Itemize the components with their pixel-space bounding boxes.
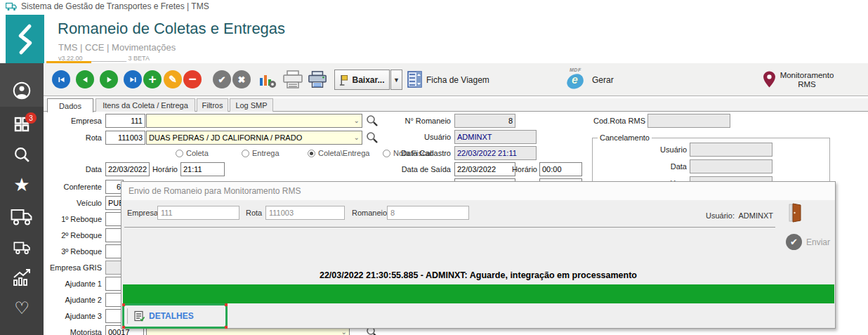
- n-romaneio-label: N° Romaneio: [379, 114, 451, 128]
- annotation-dot: [225, 326, 228, 329]
- saida-horario-label: Horário: [499, 162, 537, 176]
- rota-search-icon[interactable]: [366, 131, 379, 144]
- baixar-dropdown-button[interactable]: ▼: [390, 70, 402, 90]
- modal-rota-field[interactable]: 111003: [265, 206, 345, 220]
- ficha-viagem-label[interactable]: Ficha de Viagem: [426, 75, 489, 85]
- tab-dados[interactable]: Dados: [47, 98, 93, 112]
- next-record-button[interactable]: [100, 70, 118, 88]
- delete-button[interactable]: −: [183, 70, 202, 88]
- tab-log-smp[interactable]: Log SMP: [230, 98, 273, 112]
- motorista-label: Motorista: [21, 325, 102, 335]
- reboque2-label: 2º Reboque: [21, 228, 102, 242]
- empresa-code-field[interactable]: 111: [105, 114, 145, 128]
- report-chart-button[interactable]: [258, 71, 277, 91]
- cancel-usuario-label: Usuário: [620, 143, 687, 157]
- data-cadastro-field: 22/03/2022 21:11: [454, 146, 537, 160]
- modal-rota-label: Rota: [246, 206, 262, 220]
- chevron-down-icon[interactable]: ⌄: [354, 117, 360, 124]
- print-button[interactable]: [282, 70, 303, 92]
- modal-title: Envio de Romaneio para Monitoramento RMS: [121, 182, 835, 200]
- mdfe-icon[interactable]: MDF e: [565, 69, 588, 90]
- modal-romaneio-label: Romaneio: [352, 206, 387, 220]
- baixar-button[interactable]: Baixar...: [334, 70, 390, 90]
- radio-coleta[interactable]: Coleta: [176, 148, 209, 158]
- exit-door-icon[interactable]: [787, 203, 802, 225]
- modal-usuario: Usuário: ADMINXT: [675, 209, 773, 223]
- saida-horario-field[interactable]: 00:00: [539, 162, 582, 176]
- annotation-dot: [122, 326, 125, 329]
- empresa-gris-label: Empresa GRIS: [21, 261, 102, 275]
- ajudante2-label: Ajudante 2: [21, 293, 102, 307]
- data-label: Data: [32, 162, 102, 176]
- chevron-down-icon[interactable]: ⌄: [354, 134, 360, 141]
- details-doc-icon: [133, 310, 145, 322]
- data-field[interactable]: 22/03/2022: [105, 162, 150, 176]
- rota-label: Rota: [32, 131, 102, 145]
- last-record-button[interactable]: [124, 70, 142, 88]
- cancel-data-label: Data: [620, 159, 687, 173]
- previous-record-button[interactable]: [76, 70, 94, 88]
- radio-dot-selected[interactable]: [308, 150, 315, 157]
- cancelamento-title: Cancelamento: [598, 133, 652, 142]
- detalhes-label: DETALHES: [149, 311, 194, 321]
- annotation-dot: [122, 303, 125, 306]
- truck-logo-icon: [6, 2, 17, 11]
- detalhes-button[interactable]: DETALHES: [133, 310, 194, 322]
- usuario-label: Usuário: [393, 130, 451, 144]
- radio-entrega[interactable]: Entrega: [242, 148, 280, 158]
- horario-label: Horário: [147, 162, 178, 176]
- window-title: Sistema de Gestão de Transportes e Frete…: [21, 1, 209, 11]
- horario-field[interactable]: 21:11: [180, 162, 225, 176]
- user-profile-icon[interactable]: [0, 79, 44, 103]
- modal-usuario-value: ADMINXT: [739, 211, 774, 220]
- cod-rota-rms-label: Cod.Rota RMS: [593, 114, 646, 128]
- button-divider: [127, 308, 128, 324]
- enviar-label: Enviar: [806, 237, 830, 247]
- mdfe-caption: MDF: [570, 67, 581, 72]
- enviar-button[interactable]: ✔ Enviar: [786, 234, 830, 250]
- radio-coleta-entrega[interactable]: Coleta\Entrega: [308, 148, 369, 158]
- reboque1-label: 1º Reboque: [21, 212, 102, 226]
- baixar-label: Baixar...: [352, 75, 384, 85]
- empresa-desc-field[interactable]: ⌄: [146, 114, 362, 128]
- veiculo-label: Veículo: [21, 196, 102, 210]
- tab-filtros[interactable]: Filtros: [197, 98, 228, 112]
- breadcrumb: TMS | CCE | Movimentações: [58, 42, 176, 53]
- confirm-button[interactable]: ✔: [213, 70, 231, 88]
- monitoramento-rms-label[interactable]: Monitoramento RMS: [778, 71, 836, 89]
- modal-usuario-label: Usuário:: [706, 211, 735, 220]
- first-record-button[interactable]: [52, 70, 70, 88]
- n-romaneio-field: 8: [454, 114, 515, 128]
- brand-s-icon: [13, 22, 37, 56]
- detalhes-highlight: DETALHES: [122, 303, 228, 329]
- ficha-viagem-icon[interactable]: [407, 71, 422, 91]
- usuario-field: ADMINXT: [454, 130, 537, 144]
- chevron-down-icon[interactable]: ⌄: [341, 329, 347, 335]
- edit-button[interactable]: ✎: [164, 70, 182, 88]
- modal-empresa-label: Empresa: [127, 206, 158, 220]
- print-alt-button[interactable]: [308, 70, 327, 92]
- modal-romaneio-field[interactable]: 8: [387, 206, 469, 220]
- cancel-button[interactable]: ✖: [232, 70, 251, 88]
- location-pin-icon[interactable]: [763, 70, 776, 91]
- app-logo[interactable]: [6, 15, 44, 63]
- add-button[interactable]: +: [143, 70, 162, 88]
- empresa-label: Empresa: [32, 114, 102, 128]
- annotation-dot: [225, 303, 228, 306]
- progress-bar: [123, 284, 834, 303]
- ajudante3-label: Ajudante 3: [21, 309, 102, 323]
- radio-dot[interactable]: [242, 150, 249, 157]
- modal-empresa-field[interactable]: 111: [157, 206, 239, 220]
- ajudante1-label: Ajudante 1: [21, 277, 102, 291]
- gerar-label[interactable]: Gerar: [592, 75, 614, 85]
- conferente-label: Conferente: [21, 180, 102, 194]
- rota-desc-field[interactable]: DUAS PEDRAS / JD CALIFORNIA / PRADO⌄: [146, 131, 362, 145]
- notification-badge: 3: [25, 112, 37, 124]
- tab-itens-coleta-entrega[interactable]: Itens da Coleta / Entrega: [96, 98, 195, 112]
- radio-dot[interactable]: [176, 150, 183, 157]
- empresa-search-icon[interactable]: [366, 114, 379, 127]
- app-root: { "window": { "titlebar": "Sistema de Ge…: [0, 0, 868, 335]
- status-message: 22/03/2022 21:30:55.885 - ADMINXT: Aguar…: [121, 270, 835, 280]
- rota-code-field[interactable]: 111003: [105, 131, 145, 145]
- data-saida-label: Data de Saída: [383, 162, 451, 176]
